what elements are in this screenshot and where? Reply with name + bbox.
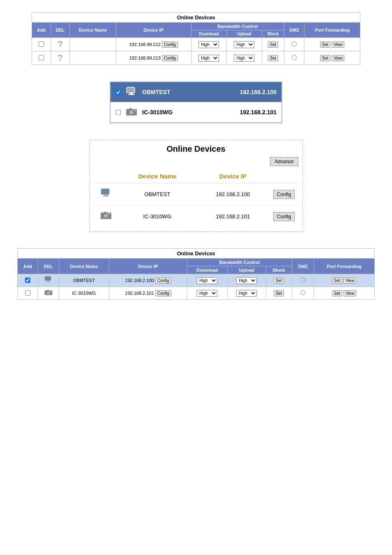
s4-col-device-name: Device Name	[59, 259, 109, 274]
s4-row1-view-btn[interactable]: View	[344, 278, 357, 284]
row2-upload-select[interactable]: HighMediumLow	[234, 55, 254, 62]
s4-row1-port-set-btn[interactable]: Set	[332, 278, 342, 284]
s4-col-del: DEL	[38, 259, 59, 274]
s4-row2-name: IC-3010WG	[59, 287, 109, 300]
svg-rect-19	[45, 277, 51, 280]
panel-row2-ip: 192.168.2.101	[196, 206, 270, 228]
panel-row1-config-btn[interactable]: Config	[273, 190, 295, 199]
svg-rect-2	[130, 93, 133, 94]
ic3010wg-ip: 192.168.2.101	[240, 109, 277, 116]
row2-view-btn[interactable]: View	[332, 55, 345, 61]
panel-device-name-col: Device Name	[118, 169, 196, 183]
panel-table: Device Name Device IP	[94, 169, 298, 227]
col-add: Add	[32, 23, 51, 38]
ic3010wg-icon	[125, 106, 138, 119]
row2-config-btn[interactable]: Config	[162, 55, 178, 61]
s4-row2-port-set-btn[interactable]: Set	[332, 290, 342, 296]
svg-point-26	[50, 291, 51, 292]
row1-upload-select[interactable]: HighMediumLow	[234, 41, 254, 48]
section1-table: Online Devices Add DEL Device Name Devic…	[32, 12, 360, 65]
advance-btn-row: Advance	[94, 157, 298, 166]
list-item[interactable]: OBMTEST 192.168.2.100	[111, 82, 281, 102]
row1-config-btn[interactable]: Config	[162, 42, 178, 48]
list-item[interactable]: IC-3010WG 192.168.2.101	[111, 102, 281, 123]
s4-row2-download-select[interactable]: HighMediumLow	[197, 290, 217, 297]
s4-row2-config-btn[interactable]: Config	[155, 290, 171, 296]
panel-row2-config-btn[interactable]: Config	[273, 212, 295, 221]
s4-row1-dmz-radio[interactable]	[300, 278, 305, 282]
s4-col-upload: Upload	[227, 266, 266, 274]
panel-row1-ip: 192.168.2.100	[196, 183, 270, 206]
row2-dmz-radio[interactable]	[292, 55, 297, 60]
row1-dmz-radio[interactable]	[292, 42, 297, 46]
s4-row2-view-btn[interactable]: View	[344, 290, 357, 296]
table-row: IC-3010WG 192.168.2.101 Config	[94, 206, 298, 228]
s4-row1-ip: 192.168.2.100	[125, 278, 154, 283]
section4-table: Online Devices Add DEL Device Name Devic…	[17, 248, 375, 300]
svg-rect-20	[47, 280, 50, 281]
col-device-name: Device Name	[70, 23, 116, 38]
device-list-box: OBMTEST 192.168.2.100 IC-3010WG	[110, 81, 282, 123]
s4-row1-config-btn[interactable]: Config	[155, 278, 171, 284]
panel-row2-name: IC-3010WG	[118, 206, 196, 228]
s4-row1-name: OBMTEST	[59, 274, 109, 287]
col-del: DEL	[51, 23, 70, 38]
panel-cam-icon	[100, 210, 112, 222]
col-dmz: DMZ	[284, 23, 304, 38]
obmtest-checkbox[interactable]	[115, 90, 121, 95]
s4-col-block: Block	[266, 266, 292, 274]
row1-port-set-btn[interactable]: Set	[320, 42, 330, 48]
s4-col-device-ip: Device IP	[109, 259, 187, 274]
ic3010wg-checkbox[interactable]	[115, 110, 121, 115]
svg-point-24	[48, 292, 49, 294]
row2-set-btn[interactable]: Set	[268, 55, 278, 61]
col-download: Download	[191, 30, 226, 38]
s4-row2-icon	[44, 288, 53, 297]
panel-action-col	[270, 169, 298, 183]
table-row: ? 192.168.98.212 Config HighMediumLow Hi…	[32, 38, 360, 51]
s4-row2-dmz-radio[interactable]	[300, 290, 305, 295]
obmtest-ip: 192.168.2.100	[240, 89, 277, 95]
panel-row1-name: OBMTEST	[118, 183, 196, 206]
obmtest-icon	[125, 86, 138, 99]
section4-container: Online Devices Add DEL Device Name Devic…	[8, 248, 384, 300]
s4-row2-ip: 192.168.2.101	[125, 291, 154, 296]
advance-button[interactable]: Advance	[270, 157, 298, 166]
svg-rect-11	[104, 194, 108, 196]
row1-view-btn[interactable]: View	[332, 42, 345, 48]
panel-title: Online Devices	[94, 144, 298, 154]
svg-rect-1	[127, 88, 134, 92]
row2-port-set-btn[interactable]: Set	[320, 55, 330, 61]
section4-title: Online Devices	[18, 249, 375, 259]
s4-row1-set-btn[interactable]: Set	[274, 278, 284, 284]
row2-ip: 192.168.98.213	[129, 56, 160, 60]
col-device-ip: Device IP	[116, 23, 191, 38]
row1-checkbox[interactable]	[39, 42, 44, 47]
s4-row1-upload-select[interactable]: HighMediumLow	[236, 277, 257, 284]
s4-col-dmz: DMZ	[292, 259, 314, 274]
s4-row2-checkbox[interactable]	[25, 290, 30, 296]
row1-set-btn[interactable]: Set	[268, 42, 278, 48]
row2-download-select[interactable]: HighMediumLow	[198, 55, 219, 62]
table-row: ? 192.168.98.213 Config HighMediumLow Hi…	[32, 51, 360, 65]
col-bw: Bandwidth Control	[191, 23, 284, 30]
svg-rect-3	[128, 94, 135, 95]
s4-col-download: Download	[187, 266, 227, 274]
s4-row1-download-select[interactable]: HighMediumLow	[197, 277, 217, 284]
row1-download-select[interactable]: HighMediumLow	[198, 41, 219, 48]
online-panel: Online Devices Advance Device Name Devic…	[89, 140, 303, 232]
svg-rect-25	[47, 290, 48, 291]
section2-container: OBMTEST 192.168.2.100 IC-3010WG	[8, 81, 384, 123]
col-upload: Upload	[226, 30, 262, 38]
svg-rect-21	[46, 282, 51, 282]
svg-rect-7	[129, 108, 131, 109]
s4-row1-checkbox[interactable]	[25, 278, 30, 283]
row2-checkbox[interactable]	[39, 55, 44, 60]
row1-ip: 192.168.98.212	[129, 42, 160, 47]
svg-point-6	[130, 111, 133, 113]
panel-pc-icon	[100, 187, 112, 200]
s4-row2-set-btn[interactable]: Set	[274, 290, 284, 296]
s4-row2-upload-select[interactable]: HighMediumLow	[236, 290, 257, 297]
s4-col-add: Add	[18, 259, 38, 274]
svg-rect-12	[103, 196, 109, 197]
